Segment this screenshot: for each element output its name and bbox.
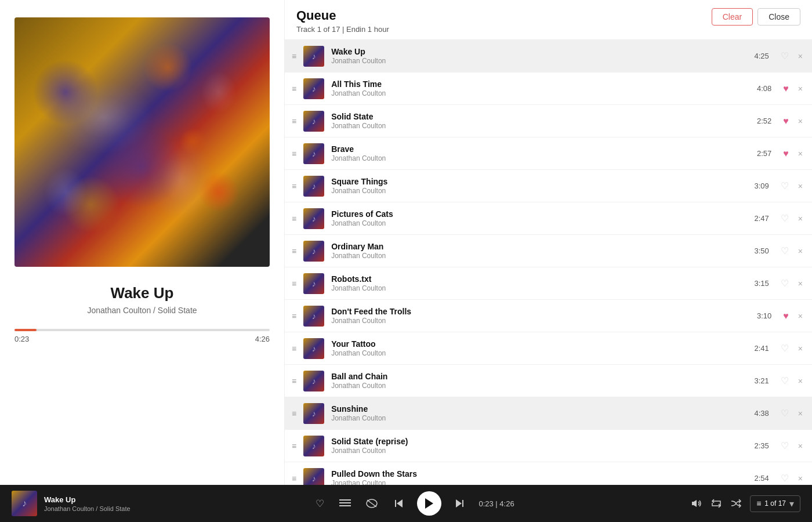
heart-button[interactable]: ♡ <box>778 243 791 259</box>
progress-bar-container[interactable]: 0:23 4:26 <box>14 329 270 343</box>
heart-button[interactable]: ♥ <box>781 81 791 96</box>
remove-button[interactable]: × <box>796 244 805 258</box>
play-button[interactable] <box>417 491 441 516</box>
drag-handle[interactable]: ≡ <box>292 344 296 353</box>
remove-button[interactable]: × <box>796 49 805 63</box>
track-artist: Jonathan Coulton <box>331 349 749 357</box>
track-thumbnail <box>303 468 324 485</box>
remove-button[interactable]: × <box>796 342 805 356</box>
track-row-11[interactable]: ≡ Sunshine Jonathan Coulton 4:38 ♡ × <box>285 397 812 430</box>
like-button[interactable]: ♡ <box>313 495 327 512</box>
track-name: Pulled Down the Stars <box>331 469 749 478</box>
track-row-5[interactable]: ≡ Pictures of Cats Jonathan Coulton 2:47… <box>285 202 812 235</box>
previous-button[interactable] <box>390 495 407 512</box>
remove-button[interactable]: × <box>796 277 805 291</box>
svg-marker-8 <box>462 500 463 507</box>
heart-button[interactable]: ♡ <box>778 438 791 454</box>
track-thumbnail <box>303 306 324 327</box>
drag-handle[interactable]: ≡ <box>292 182 296 191</box>
track-row-8[interactable]: ≡ Don't Feed the Trolls Jonathan Coulton… <box>285 300 812 332</box>
remove-button[interactable]: × <box>796 82 805 96</box>
queue-header-buttons: Clear Close <box>712 8 800 26</box>
clear-button[interactable]: Clear <box>712 8 753 26</box>
remove-button[interactable]: × <box>796 114 805 128</box>
drag-handle[interactable]: ≡ <box>292 474 296 483</box>
track-name: Pictures of Cats <box>331 209 749 219</box>
track-thumbnail <box>303 403 324 424</box>
queue-title-area: Queue Track 1 of 17 | Endin 1 hour <box>296 8 389 34</box>
drag-handle[interactable]: ≡ <box>292 311 296 321</box>
drag-handle[interactable]: ≡ <box>292 84 296 93</box>
drag-handle[interactable]: ≡ <box>292 441 296 451</box>
track-thumbnail <box>303 143 324 164</box>
queue-toggle-button[interactable] <box>337 497 353 510</box>
track-info: Solid State Jonathan Coulton <box>331 112 751 130</box>
heart-button[interactable]: ♥ <box>781 114 791 129</box>
no-lyrics-button[interactable] <box>364 496 380 510</box>
drag-handle[interactable]: ≡ <box>292 117 296 126</box>
heart-button[interactable]: ♡ <box>778 405 791 421</box>
remove-button[interactable]: × <box>796 472 805 485</box>
remove-button[interactable]: × <box>796 309 805 323</box>
track-info: Wake Up Jonathan Coulton <box>331 47 749 65</box>
track-row-10[interactable]: ≡ Ball and Chain Jonathan Coulton 3:21 ♡… <box>285 365 812 397</box>
heart-button[interactable]: ♥ <box>781 146 791 161</box>
track-info: Pictures of Cats Jonathan Coulton <box>331 209 749 227</box>
drag-handle[interactable]: ≡ <box>292 214 296 223</box>
track-row-0[interactable]: ≡ Wake Up Jonathan Coulton 4:25 ♡ × <box>285 40 812 72</box>
heart-button[interactable]: ♥ <box>781 309 791 324</box>
remove-button[interactable]: × <box>796 439 805 453</box>
track-row-6[interactable]: ≡ Ordinary Man Jonathan Coulton 3:50 ♡ × <box>285 235 812 267</box>
now-playing-title: Wake Up <box>44 495 137 504</box>
heart-button[interactable]: ♡ <box>778 178 791 194</box>
now-playing-thumbnail <box>12 491 37 516</box>
drag-handle[interactable]: ≡ <box>292 52 296 61</box>
svg-marker-10 <box>692 500 697 507</box>
track-duration: 3:15 <box>749 279 769 288</box>
track-thumbnail <box>303 176 324 197</box>
track-artist: Jonathan Coulton <box>331 284 749 292</box>
heart-button[interactable]: ♡ <box>778 276 791 291</box>
repeat-button[interactable] <box>710 499 722 508</box>
track-name: Ordinary Man <box>331 242 749 251</box>
heart-button[interactable]: ♡ <box>778 211 791 226</box>
drag-handle[interactable]: ≡ <box>292 149 296 158</box>
track-row-1[interactable]: ≡ All This Time Jonathan Coulton 4:08 ♥ … <box>285 72 812 105</box>
svg-marker-9 <box>456 499 462 507</box>
track-name: Solid State <box>331 112 751 121</box>
remove-button[interactable]: × <box>796 212 805 226</box>
remove-button[interactable]: × <box>796 407 805 420</box>
track-thumbnail <box>303 78 324 99</box>
track-row-3[interactable]: ≡ Brave Jonathan Coulton 2:57 ♥ × <box>285 137 812 170</box>
drag-handle[interactable]: ≡ <box>292 279 296 288</box>
track-info: Don't Feed the Trolls Jonathan Coulton <box>331 307 751 325</box>
next-button[interactable] <box>452 495 468 512</box>
track-row-4[interactable]: ≡ Square Things Jonathan Coulton 3:09 ♡ … <box>285 170 812 202</box>
close-button[interactable]: Close <box>757 8 800 26</box>
queue-expand-icon: ▾ <box>789 498 794 509</box>
remove-button[interactable]: × <box>796 374 805 388</box>
track-row-12[interactable]: ≡ Solid State (reprise) Jonathan Coulton… <box>285 430 812 462</box>
heart-button[interactable]: ♡ <box>778 48 791 64</box>
right-panel: Queue Track 1 of 17 | Endin 1 hour Clear… <box>284 0 812 485</box>
remove-button[interactable]: × <box>796 147 805 161</box>
drag-handle[interactable]: ≡ <box>292 376 296 386</box>
drag-handle[interactable]: ≡ <box>292 409 296 418</box>
heart-button[interactable]: ♡ <box>778 373 791 389</box>
track-name: Don't Feed the Trolls <box>331 307 751 316</box>
heart-button[interactable]: ♡ <box>778 340 791 356</box>
track-duration: 3:21 <box>749 376 769 385</box>
remove-button[interactable]: × <box>796 179 805 193</box>
track-row-2[interactable]: ≡ Solid State Jonathan Coulton 2:52 ♥ × <box>285 105 812 137</box>
album-art <box>14 17 270 267</box>
volume-button[interactable] <box>691 499 702 508</box>
track-row-9[interactable]: ≡ Your Tattoo Jonathan Coulton 2:41 ♡ × <box>285 332 812 365</box>
track-row-7[interactable]: ≡ Robots.txt Jonathan Coulton 3:15 ♡ × <box>285 267 812 300</box>
queue-badge[interactable]: ≡ 1 of 17 ▾ <box>750 495 800 512</box>
track-thumbnail <box>303 46 324 67</box>
shuffle-button[interactable] <box>730 499 742 508</box>
drag-handle[interactable]: ≡ <box>292 246 296 256</box>
track-row-13[interactable]: ≡ Pulled Down the Stars Jonathan Coulton… <box>285 462 812 485</box>
heart-button[interactable]: ♡ <box>778 470 791 485</box>
progress-bar-track[interactable] <box>14 329 270 331</box>
